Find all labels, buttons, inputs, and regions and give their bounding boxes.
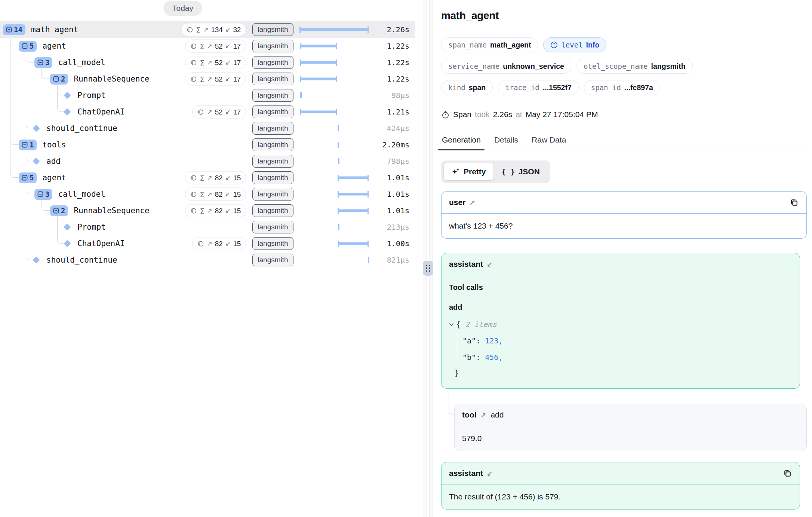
attr-value: ...fc897a [624,83,653,92]
panel-divider[interactable] [421,0,435,517]
tool-connector-line [449,388,454,415]
provider-badge-langsmith[interactable]: langsmith [252,204,293,217]
collapse-badge[interactable]: 3 [34,189,52,200]
provider-badge-langsmith[interactable]: langsmith [252,89,293,102]
sigma-icon: Σ [200,58,204,67]
timeline-cell [300,38,368,54]
tokens-icon [190,43,197,49]
tab-generation[interactable]: Generation [441,135,482,150]
collapse-badge[interactable]: 1 [19,140,37,150]
provider-badge-langsmith[interactable]: langsmith [252,254,293,266]
took-timestamp: May 27 17:05:04 PM [526,110,598,119]
role-label: user [449,198,465,207]
timeline-bar [300,61,337,64]
table-row[interactable]: 2 RunnableSequence Σ ↗ 82 ↙ 15 langsmith… [0,202,415,219]
drag-handle-icon[interactable] [423,261,433,276]
span-detail-panel: math_agent span_name math_agent level In… [435,0,812,517]
table-row[interactable]: should_continue langsmith 424µs [0,120,415,137]
provider-badge-langsmith[interactable]: langsmith [252,105,293,118]
json-toggle[interactable]: { } JSON [494,163,547,180]
duration-label: 424µs [387,124,409,133]
table-row[interactable]: 2 RunnableSequence Σ ↗ 52 ↙ 17 langsmith… [0,71,415,87]
input-tokens: 82 [215,239,223,248]
table-row[interactable]: add langsmith 798µs [0,153,415,169]
child-count-label: 5 [30,42,34,50]
provider-badge-langsmith[interactable]: langsmith [252,171,293,184]
provider-badge-langsmith[interactable]: langsmith [252,188,293,201]
pretty-toggle[interactable]: Pretty [444,163,493,180]
trace-tree-panel: Today 14 math_agent Σ ↗ 134 ↙ 32 langsmi… [0,0,421,517]
trace-tree: 14 math_agent Σ ↗ 134 ↙ 32 langsmith 2.2… [0,21,415,268]
attr-pill-otel-scope-name: otel_scope_name langsmith [576,59,693,74]
collapse-badge[interactable]: 14 [3,24,25,35]
collapse-minus-icon [37,191,43,197]
collapse-badge[interactable]: 2 [50,74,68,85]
chevron-down-icon[interactable] [449,323,454,326]
tokens-icon [197,108,204,115]
table-row[interactable]: should_continue langsmith 821µs [0,252,415,268]
span-name-label: should_continue [46,124,117,133]
message-card-assistant: assistant ↙ Tool calls add { 2 items [441,253,800,389]
child-count-label: 3 [45,58,49,67]
date-pill[interactable]: Today [163,1,202,16]
attr-key: level [561,41,582,49]
table-row[interactable]: ChatOpenAI ↗ 52 ↙ 17 langsmith 1.21s [0,104,415,120]
role-label: tool [462,410,476,419]
open-brace: { [456,320,461,329]
table-row[interactable]: 3 call_model Σ ↗ 82 ↙ 15 langsmith 1.01s [0,186,415,202]
leaf-diamond-icon [33,157,40,165]
span-name-label: RunnableSequence [74,206,149,215]
span-name-label: ChatOpenAI [77,239,124,248]
copy-button[interactable] [790,198,799,207]
duration-label: 1.01s [387,190,409,199]
attr-value: math_agent [490,41,531,49]
provider-badge-langsmith[interactable]: langsmith [252,138,293,151]
span-name-label: call_model [58,190,105,199]
provider-badge-langsmith[interactable]: langsmith [252,155,293,168]
table-row[interactable]: 14 math_agent Σ ↗ 134 ↙ 32 langsmith 2.2… [0,21,415,38]
attr-pill-service-name: service_name unknown_service [441,59,571,74]
output-tokens: 15 [233,174,241,182]
table-row[interactable]: ChatOpenAI ↗ 82 ↙ 15 langsmith 1.00s [0,235,415,252]
timeline-cell [300,137,368,153]
input-tokens: 52 [215,108,223,116]
took-at: at [516,110,522,119]
collapse-badge[interactable]: 5 [19,172,37,183]
copy-button[interactable] [783,469,792,478]
table-row[interactable]: 3 call_model Σ ↗ 52 ↙ 17 langsmith 1.22s [0,54,415,71]
provider-badge-langsmith[interactable]: langsmith [252,40,293,52]
collapse-badge[interactable]: 5 [19,41,37,52]
provider-badge-langsmith[interactable]: langsmith [252,73,293,85]
table-row[interactable]: Prompt langsmith 213µs [0,219,415,235]
timeline-bar [338,125,339,131]
table-row[interactable]: 1 tools langsmith 2.20ms [0,137,415,153]
table-row[interactable]: 5 agent Σ ↗ 82 ↙ 15 langsmith 1.01s [0,169,415,186]
tab-raw-data[interactable]: Raw Data [531,135,567,150]
collapse-badge[interactable]: 3 [34,57,52,68]
provider-badge-langsmith[interactable]: langsmith [252,23,293,36]
attr-key: span_id [591,83,621,92]
role-label: assistant [449,260,483,269]
collapse-minus-icon [53,76,59,82]
duration-label: 1.22s [387,74,409,83]
tokens-icon [197,240,204,247]
output-tokens: 17 [233,75,241,83]
sigma-icon: Σ [200,75,204,83]
provider-badge-langsmith[interactable]: langsmith [252,237,293,250]
output-arrow-icon: ↙ [225,240,230,248]
leaf-diamond-icon [64,92,71,99]
provider-badge-langsmith[interactable]: langsmith [252,221,293,233]
json-arg-a: "a": 123, [462,333,792,349]
sigma-icon: Σ [200,190,204,198]
table-row[interactable]: 5 agent Σ ↗ 52 ↙ 17 langsmith 1.22s [0,38,415,54]
provider-badge-langsmith[interactable]: langsmith [252,122,293,135]
provider-badge-langsmith[interactable]: langsmith [252,56,293,69]
copy-icon [783,469,792,478]
table-row[interactable]: Prompt langsmith 98µs [0,87,415,104]
timeline-bar [338,209,368,212]
span-name-label: call_model [58,58,105,67]
duration-label: 213µs [387,223,409,232]
tab-details[interactable]: Details [493,135,519,150]
collapse-badge[interactable]: 2 [50,205,68,216]
attr-value: langsmith [651,62,686,71]
